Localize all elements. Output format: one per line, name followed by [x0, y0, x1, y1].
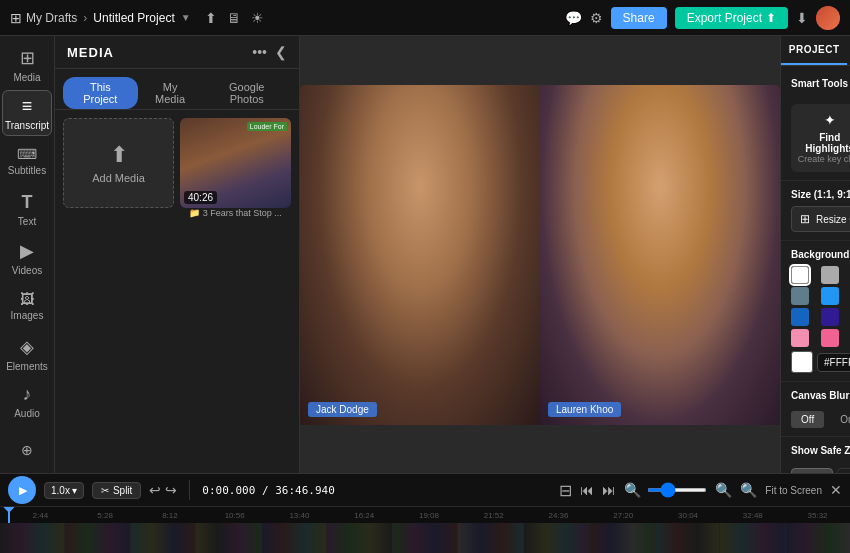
split-label: Split [113, 485, 132, 496]
sidebar-item-subtitles[interactable]: ⌨ Subtitles [2, 138, 52, 184]
swatch-slate[interactable] [791, 287, 809, 305]
settings-icon[interactable]: ⚙ [590, 10, 603, 26]
speed-value: 1.0x [51, 485, 70, 496]
media-thumbnail[interactable]: 40:26 Louder For 📁 3 Fears that Stop ... [180, 118, 291, 465]
timeline-close-button[interactable]: ✕ [830, 482, 842, 498]
sidebar-item-videos[interactable]: ▶ Videos [2, 235, 52, 281]
resize-label: Resize Canvas [816, 214, 850, 225]
brand-label: My Drafts [26, 11, 77, 25]
swatch-blue[interactable] [821, 287, 839, 305]
sidebar-item-transcript[interactable]: ≡ Transcript [2, 90, 52, 136]
zoom-out-icon[interactable]: 🔍 [624, 482, 641, 498]
name-tag-lauren: Lauren Khoo [548, 402, 621, 417]
sidebar-item-elements[interactable]: ◈ Elements [2, 331, 52, 377]
brightness-icon[interactable]: ☀ [251, 10, 264, 26]
resize-canvas-button[interactable]: ⊞ Resize Canvas [791, 206, 850, 232]
storyboard-cell-0 [0, 523, 65, 553]
ruler-marks: 2:44 5:28 8:12 10:56 13:40 16:24 19:08 2… [8, 511, 850, 520]
transcript-icon: ≡ [22, 96, 33, 117]
sidebar-label-transcript: Transcript [5, 120, 49, 131]
blur-off-button[interactable]: Off [791, 411, 824, 428]
smart-tools-grid: ✦ Find Highlights Create key clips ✦ Mag… [791, 104, 850, 172]
sidebar-label-videos: Videos [12, 265, 42, 276]
skip-back-icon[interactable]: ⏮ [580, 482, 594, 498]
fit-to-screen-button[interactable]: Fit to Screen [765, 485, 822, 496]
sidebar-item-audio[interactable]: ♪ Audio [2, 379, 52, 425]
right-panel-tabs: PROJECT TIMING VERSIONS [781, 36, 850, 66]
sidebar-label-media: Media [13, 72, 40, 83]
find-highlights-card[interactable]: ✦ Find Highlights Create key clips [791, 104, 850, 172]
redo-button[interactable]: ↪ [165, 482, 177, 498]
export-label: Export Project [687, 11, 762, 25]
text-icon: T [22, 192, 33, 213]
split-button[interactable]: ✂ Split [92, 482, 141, 499]
smart-tools-title: Smart Tools [791, 78, 848, 89]
search-zoom-icon[interactable]: 🔍 [740, 482, 757, 498]
tab-google-photos[interactable]: Google Photos [203, 77, 291, 109]
mark-3: 10:56 [202, 511, 267, 520]
download-icon[interactable]: ⬇ [796, 10, 808, 26]
sidebar-item-images[interactable]: 🖼 Images [2, 283, 52, 329]
canvas-preview: Jack Dodge Lauren Khoo [300, 85, 780, 425]
upload-icon[interactable]: ⬆ [205, 10, 217, 26]
storyboard-cell-4 [262, 523, 327, 553]
speed-chevron: ▾ [72, 485, 77, 496]
highlights-desc: Create key clips [797, 154, 850, 164]
export-button[interactable]: Export Project ⬆ [675, 7, 788, 29]
current-time: 0:00.000 / 36:46.940 [202, 484, 334, 497]
size-title: Size (1:1, 9:16, etc) [791, 189, 850, 200]
storyboard-icon[interactable]: ⊟ [559, 481, 572, 500]
swatch-dark-blue[interactable] [791, 308, 809, 326]
blur-on-button[interactable]: On [830, 411, 850, 428]
speed-control[interactable]: 1.0x ▾ [44, 482, 84, 499]
size-section: Size (1:1, 9:16, etc) ⊞ Resize Canvas [781, 181, 850, 241]
zoom-slider[interactable] [647, 488, 707, 492]
title-dropdown-icon[interactable]: ▼ [181, 12, 191, 23]
swatch-rose[interactable] [821, 329, 839, 347]
media-icon: ⊞ [20, 47, 35, 69]
mark-12: 35:32 [785, 511, 850, 520]
captions-icon[interactable]: 💬 [565, 10, 582, 26]
media-more-icon[interactable]: ••• [252, 44, 267, 60]
sidebar-item-layers[interactable]: ⊕ [2, 427, 52, 473]
hex-input[interactable] [817, 353, 850, 372]
storyboard-cell-9 [589, 523, 654, 553]
storyboard-cell-12 [786, 523, 850, 553]
tab-project[interactable]: PROJECT [781, 36, 847, 65]
sidebar-label-images: Images [11, 310, 44, 321]
tab-my-media[interactable]: My Media [138, 77, 203, 109]
media-collapse-icon[interactable]: ❮ [275, 44, 287, 60]
images-icon: 🖼 [20, 291, 34, 307]
swatch-white[interactable] [791, 266, 809, 284]
storyboard-cell-3 [196, 523, 261, 553]
swatch-indigo[interactable] [821, 308, 839, 326]
sidebar-item-text[interactable]: T Text [2, 186, 52, 232]
playhead-ruler [8, 507, 10, 523]
sidebar-label-subtitles: Subtitles [8, 165, 46, 176]
mark-9: 27:20 [591, 511, 656, 520]
tab-this-project[interactable]: This Project [63, 77, 138, 109]
project-title[interactable]: Untitled Project [93, 11, 174, 25]
video-left: Jack Dodge [300, 85, 540, 425]
media-content: ⬆ Add Media 40:26 Louder For 📁 3 Fears t… [55, 110, 299, 473]
topbar-brand: ⊞ My Drafts › Untitled Project ▼ [10, 10, 191, 26]
blur-label-row: Canvas Blur ? [791, 390, 850, 407]
color-swatches [791, 266, 850, 347]
add-media-icon: ⬆ [110, 142, 128, 168]
zoom-in-icon[interactable]: 🔍 [715, 482, 732, 498]
undo-button[interactable]: ↩ [149, 482, 161, 498]
monitor-icon[interactable]: 🖥 [227, 10, 241, 26]
share-button[interactable]: Share [611, 7, 667, 29]
safe-zones-section: Show Safe Zones ? None All [781, 437, 850, 473]
sidebar-label-audio: Audio [14, 408, 40, 419]
topbar-left: ⊞ My Drafts › Untitled Project ▼ ⬆ 🖥 ☀ [10, 10, 557, 26]
color-preview-swatch[interactable] [791, 351, 813, 373]
swatch-blush[interactable] [791, 329, 809, 347]
sidebar-item-media[interactable]: ⊞ Media [2, 42, 52, 88]
skip-forward-icon[interactable]: ⏭ [602, 482, 616, 498]
play-button[interactable]: ▶ [8, 476, 36, 504]
mark-10: 30:04 [656, 511, 721, 520]
add-media-button[interactable]: ⬆ Add Media [63, 118, 174, 208]
swatch-gray[interactable] [821, 266, 839, 284]
right-panel: PROJECT TIMING VERSIONS Smart Tools ‹ › … [780, 36, 850, 473]
